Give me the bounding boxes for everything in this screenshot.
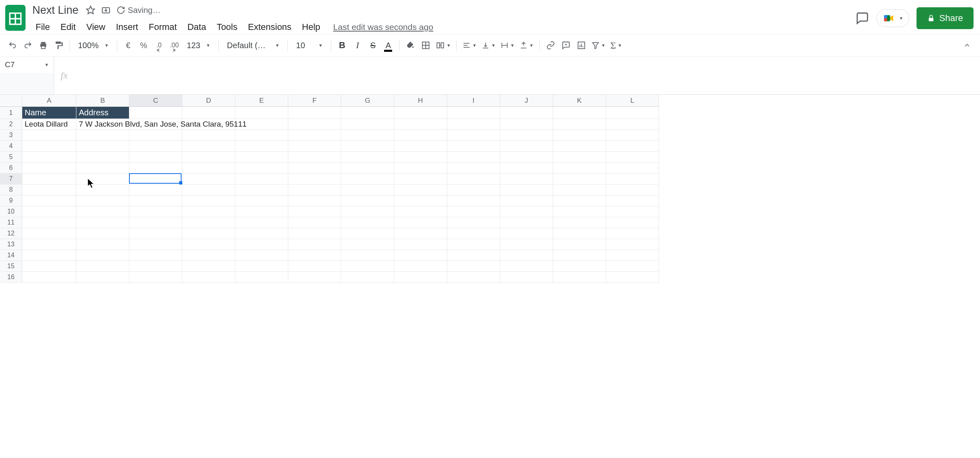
cell-A5[interactable] bbox=[22, 152, 76, 163]
cell-H3[interactable] bbox=[394, 130, 447, 141]
cell-I16[interactable] bbox=[447, 272, 500, 283]
cell-K4[interactable] bbox=[553, 141, 606, 152]
cell-C1[interactable] bbox=[129, 107, 182, 119]
cell-H1[interactable] bbox=[394, 107, 447, 119]
cell-B6[interactable] bbox=[76, 163, 129, 174]
h-align-button[interactable]: ▼ bbox=[461, 38, 478, 53]
cell-E16[interactable] bbox=[235, 272, 288, 283]
cell-B16[interactable] bbox=[76, 272, 129, 283]
cell-F12[interactable] bbox=[288, 228, 341, 239]
col-head-J[interactable]: J bbox=[500, 95, 553, 107]
cell-K14[interactable] bbox=[553, 250, 606, 261]
cell-K12[interactable] bbox=[553, 228, 606, 239]
cell-E3[interactable] bbox=[235, 130, 288, 141]
functions-button[interactable]: Σ ▼ bbox=[609, 38, 624, 53]
cell-I7[interactable] bbox=[447, 174, 500, 184]
cell-H8[interactable] bbox=[394, 184, 447, 195]
cell-G10[interactable] bbox=[341, 206, 394, 217]
menu-help[interactable]: Help bbox=[297, 19, 325, 35]
cell-B3[interactable] bbox=[76, 130, 129, 141]
cell-K7[interactable] bbox=[553, 174, 606, 184]
cell-B13[interactable] bbox=[76, 239, 129, 250]
fill-color-button[interactable] bbox=[403, 38, 417, 53]
cell-C6[interactable] bbox=[129, 163, 182, 174]
cell-C14[interactable] bbox=[129, 250, 182, 261]
name-box-input[interactable]: C7 ▼ bbox=[0, 57, 54, 73]
cell-F14[interactable] bbox=[288, 250, 341, 261]
col-head-G[interactable]: G bbox=[341, 95, 394, 107]
cell-A10[interactable] bbox=[22, 206, 76, 217]
cell-C9[interactable] bbox=[129, 195, 182, 206]
cell-D15[interactable] bbox=[182, 261, 235, 272]
cell-G8[interactable] bbox=[341, 184, 394, 195]
cell-L1[interactable] bbox=[606, 107, 659, 119]
share-button[interactable]: Share bbox=[917, 7, 974, 29]
cell-F9[interactable] bbox=[288, 195, 341, 206]
col-head-E[interactable]: E bbox=[235, 95, 288, 107]
cell-J7[interactable] bbox=[500, 174, 553, 184]
cell-J16[interactable] bbox=[500, 272, 553, 283]
row-head-6[interactable]: 6 bbox=[0, 163, 22, 174]
cell-J4[interactable] bbox=[500, 141, 553, 152]
cell-D14[interactable] bbox=[182, 250, 235, 261]
cell-K11[interactable] bbox=[553, 217, 606, 228]
star-icon[interactable] bbox=[86, 5, 95, 15]
increase-decimal-button[interactable]: .00 bbox=[167, 38, 181, 53]
cell-D1[interactable] bbox=[182, 107, 235, 119]
cell-F5[interactable] bbox=[288, 152, 341, 163]
cell-B9[interactable] bbox=[76, 195, 129, 206]
cell-H9[interactable] bbox=[394, 195, 447, 206]
menu-tools[interactable]: Tools bbox=[212, 19, 242, 35]
cell-H2[interactable] bbox=[394, 119, 447, 130]
cell-B14[interactable] bbox=[76, 250, 129, 261]
row-head-2[interactable]: 2 bbox=[0, 119, 22, 130]
row-head-1[interactable]: 1 bbox=[0, 107, 22, 119]
cell-A3[interactable] bbox=[22, 130, 76, 141]
cell-K6[interactable] bbox=[553, 163, 606, 174]
print-button[interactable] bbox=[36, 38, 50, 53]
zoom-combo[interactable]: 100% ▼ bbox=[74, 41, 113, 50]
row-head-7[interactable]: 7 bbox=[0, 174, 22, 184]
cell-A9[interactable] bbox=[22, 195, 76, 206]
cell-E15[interactable] bbox=[235, 261, 288, 272]
cell-L6[interactable] bbox=[606, 163, 659, 174]
cell-D8[interactable] bbox=[182, 184, 235, 195]
cell-E13[interactable] bbox=[235, 239, 288, 250]
cell-A13[interactable] bbox=[22, 239, 76, 250]
cell-D9[interactable] bbox=[182, 195, 235, 206]
cell-L3[interactable] bbox=[606, 130, 659, 141]
cell-G2[interactable] bbox=[341, 119, 394, 130]
cell-F11[interactable] bbox=[288, 217, 341, 228]
currency-button[interactable]: € bbox=[121, 38, 135, 53]
cell-A7[interactable] bbox=[22, 174, 76, 184]
row-head-4[interactable]: 4 bbox=[0, 141, 22, 152]
cell-C3[interactable] bbox=[129, 130, 182, 141]
row-head-16[interactable]: 16 bbox=[0, 272, 22, 283]
meet-button[interactable]: ▼ bbox=[877, 9, 909, 27]
v-align-button[interactable]: ▼ bbox=[480, 38, 497, 53]
cell-F7[interactable] bbox=[288, 174, 341, 184]
cell-L16[interactable] bbox=[606, 272, 659, 283]
cell-E10[interactable] bbox=[235, 206, 288, 217]
cell-E4[interactable] bbox=[235, 141, 288, 152]
cell-E9[interactable] bbox=[235, 195, 288, 206]
cell-L2[interactable] bbox=[606, 119, 659, 130]
sheets-logo-icon[interactable] bbox=[5, 5, 26, 31]
cell-D16[interactable] bbox=[182, 272, 235, 283]
row-head-12[interactable]: 12 bbox=[0, 228, 22, 239]
cell-E1[interactable] bbox=[235, 107, 288, 119]
cell-E5[interactable] bbox=[235, 152, 288, 163]
cell-F4[interactable] bbox=[288, 141, 341, 152]
cell-I2[interactable] bbox=[447, 119, 500, 130]
cell-E6[interactable] bbox=[235, 163, 288, 174]
cell-B2[interactable]: 7 W Jackson Blvd, San Jose, Santa Clara,… bbox=[76, 119, 129, 130]
cell-H16[interactable] bbox=[394, 272, 447, 283]
formula-bar[interactable]: fx bbox=[54, 57, 980, 94]
cell-J15[interactable] bbox=[500, 261, 553, 272]
row-head-5[interactable]: 5 bbox=[0, 152, 22, 163]
cell-I11[interactable] bbox=[447, 217, 500, 228]
cell-G12[interactable] bbox=[341, 228, 394, 239]
cell-J10[interactable] bbox=[500, 206, 553, 217]
col-head-A[interactable]: A bbox=[22, 95, 76, 107]
col-head-I[interactable]: I bbox=[447, 95, 500, 107]
